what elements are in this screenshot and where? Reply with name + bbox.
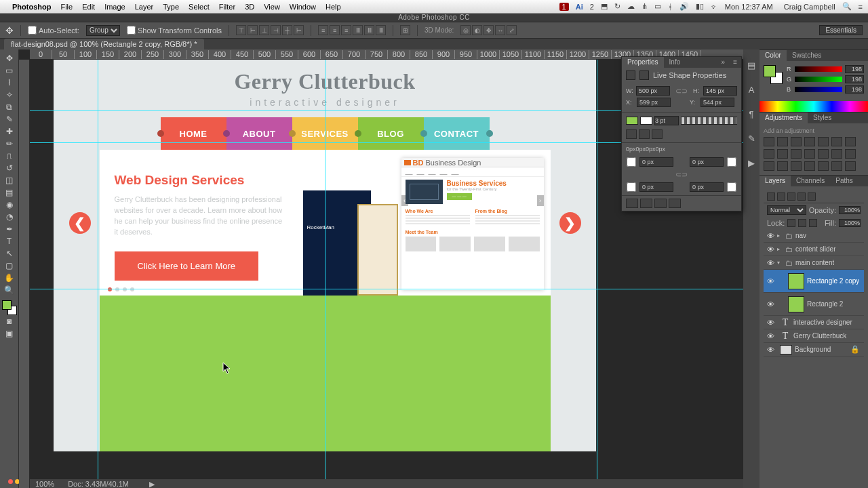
caps-icon[interactable]: [639, 129, 650, 139]
lasso-tool[interactable]: ⌇: [1, 77, 18, 89]
menu-file[interactable]: File: [60, 3, 73, 11]
dist-bottom-icon[interactable]: ≡: [341, 25, 351, 35]
3d-orbit-icon[interactable]: ◎: [460, 25, 471, 35]
bl-corner[interactable]: [639, 182, 673, 192]
show-transform-check[interactable]: Show Transform Controls: [127, 26, 222, 35]
prop-btn1-icon[interactable]: [626, 199, 638, 208]
visibility-icon[interactable]: 👁: [764, 232, 777, 240]
menu-select[interactable]: Select: [189, 3, 210, 11]
adj-poster-icon[interactable]: [818, 149, 829, 159]
screenmode-tool[interactable]: ▣: [1, 327, 18, 340]
spotlight-icon[interactable]: 🔍: [842, 2, 852, 11]
adj-5-icon[interactable]: [818, 161, 829, 171]
marquee-tool[interactable]: ▭: [1, 64, 18, 77]
guide[interactable]: [325, 60, 326, 479]
dist-hcenter-icon[interactable]: Ⅲ: [364, 25, 374, 35]
adj-gradmap-icon[interactable]: [845, 149, 856, 159]
lock-all-icon[interactable]: [809, 219, 817, 227]
tr-corner-check[interactable]: [726, 157, 737, 167]
dodge-tool[interactable]: ◔: [1, 211, 18, 223]
tl-corner[interactable]: [639, 157, 673, 167]
layer-row[interactable]: 👁Background🔒: [764, 343, 864, 357]
zoom-tool[interactable]: 🔍: [1, 284, 18, 296]
adj-7-icon[interactable]: [845, 161, 856, 171]
tab-info[interactable]: Info: [664, 57, 686, 68]
stamp-tool[interactable]: ⎍: [1, 150, 18, 162]
opacity-value[interactable]: [839, 206, 861, 214]
auto-select-mode[interactable]: Group: [86, 25, 120, 36]
filter-shape-icon[interactable]: [797, 192, 806, 201]
tab-layers[interactable]: Layers: [760, 176, 791, 186]
visibility-icon[interactable]: 👁: [764, 245, 777, 253]
adj-brightness-icon[interactable]: [764, 137, 774, 146]
auto-select-check[interactable]: Auto-Select:: [28, 26, 79, 35]
tl-corner-check[interactable]: [626, 157, 637, 167]
visibility-icon[interactable]: 👁: [764, 319, 777, 327]
move-tool-icon[interactable]: ✥: [5, 25, 14, 36]
filter-smart-icon[interactable]: [808, 192, 816, 201]
adj-bw-icon[interactable]: [845, 137, 856, 146]
doc-size-readout[interactable]: Doc: 3.43M/40.1M: [68, 480, 129, 488]
x-field[interactable]: [637, 98, 671, 107]
link-corners-icon[interactable]: ⊂⊃: [626, 169, 737, 180]
adj-6-icon[interactable]: [831, 161, 842, 171]
adj-vibrance-icon[interactable]: [818, 137, 829, 146]
heal-tool[interactable]: ✚: [1, 125, 18, 138]
align-vcenter-icon[interactable]: ⊢: [248, 25, 258, 35]
cloud-icon[interactable]: ☁: [627, 2, 635, 11]
gradient-tool[interactable]: ▤: [1, 186, 18, 199]
char-icon[interactable]: A: [745, 85, 757, 97]
para-icon[interactable]: ¶: [745, 109, 757, 121]
wifi-icon[interactable]: ⋔: [642, 2, 648, 11]
3d-pan-icon[interactable]: ✥: [484, 25, 494, 35]
corners-icon[interactable]: [652, 129, 663, 139]
zoom-readout[interactable]: 100%: [35, 480, 54, 488]
g-value[interactable]: [845, 75, 864, 83]
fill-swatch[interactable]: [626, 117, 638, 125]
layer-row[interactable]: 👁TGerry Clutterbuck: [764, 329, 864, 343]
battery-icon[interactable]: ▮▯: [696, 2, 704, 11]
user-name[interactable]: Craig Campbell: [784, 3, 835, 11]
volume-icon[interactable]: 🔊: [679, 2, 689, 11]
doc-tab[interactable]: flat-design08.psd @ 100% (Rectangle 2 co…: [4, 39, 204, 49]
layer-row[interactable]: 👁▾🗀main content: [764, 256, 864, 270]
3d-zoom-icon[interactable]: ⤢: [507, 25, 517, 35]
dist-right-icon[interactable]: Ⅲ: [376, 25, 386, 35]
brush-preset-icon[interactable]: ✎: [745, 134, 757, 146]
fg-bg-swatches[interactable]: [2, 300, 17, 315]
app-name[interactable]: Photoshop: [12, 3, 51, 11]
guide[interactable]: [98, 60, 98, 479]
notif-badge[interactable]: 1: [559, 3, 569, 11]
tab-properties[interactable]: Properties: [622, 57, 664, 68]
filter-adj-icon[interactable]: [777, 192, 785, 201]
menu-view[interactable]: View: [264, 3, 280, 11]
menu-filter[interactable]: Filter: [219, 3, 235, 11]
dist-vcenter-icon[interactable]: ≡: [330, 25, 340, 35]
b-slider[interactable]: [795, 87, 842, 92]
collapse-icon[interactable]: »: [717, 57, 730, 68]
filter-text-icon[interactable]: [787, 192, 795, 201]
shape-tool[interactable]: ▢: [1, 260, 18, 272]
r-slider[interactable]: [795, 66, 842, 72]
filter-pixel-icon[interactable]: [767, 192, 775, 201]
r-value[interactable]: [845, 65, 864, 73]
blend-mode[interactable]: Normal: [767, 205, 806, 215]
bluetooth-icon[interactable]: ᚼ: [668, 3, 673, 11]
adj-photo-icon[interactable]: [764, 149, 774, 159]
history-brush-tool[interactable]: ↺: [1, 162, 18, 174]
lock-position-icon[interactable]: [798, 219, 806, 227]
adj-selective-icon[interactable]: [764, 161, 774, 171]
adj-3-icon[interactable]: [791, 161, 802, 171]
bl-corner-check[interactable]: [626, 182, 637, 192]
menu-edit[interactable]: Edit: [82, 3, 95, 11]
auto-align-icon[interactable]: ⊞: [400, 25, 410, 35]
blur-tool[interactable]: ◉: [1, 199, 18, 211]
panel-menu-icon[interactable]: ≡: [729, 57, 741, 68]
fill-value[interactable]: [839, 219, 861, 227]
link-wh-icon[interactable]: ⊂⊃: [675, 87, 688, 96]
eraser-tool[interactable]: ◫: [1, 174, 18, 186]
dist-left-icon[interactable]: Ⅲ: [353, 25, 363, 35]
tr-corner[interactable]: [690, 157, 724, 167]
g-slider[interactable]: [795, 77, 842, 82]
notifications-icon[interactable]: ≡: [859, 3, 863, 11]
